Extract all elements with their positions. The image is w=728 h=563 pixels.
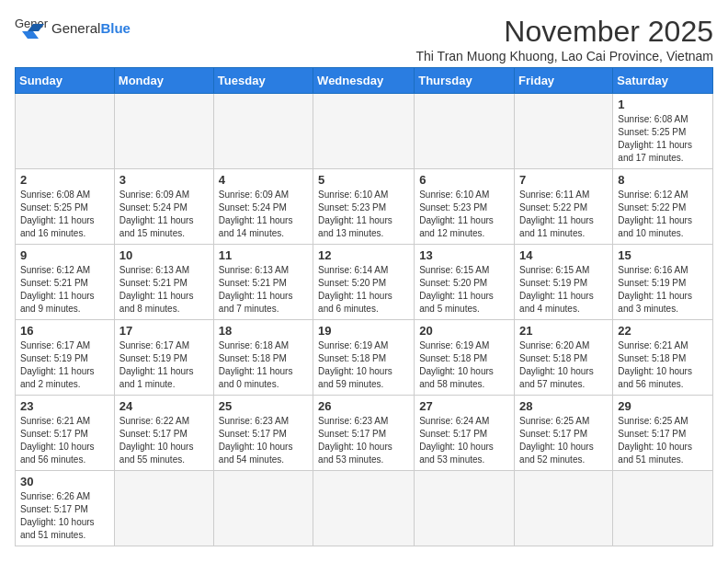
empty-cell bbox=[313, 94, 415, 169]
logo-general: General bbox=[51, 20, 100, 36]
title-section: November 2025 Thi Tran Muong Khuong, Lao… bbox=[416, 15, 713, 63]
day-4: 4 Sunrise: 6:09 AMSunset: 5:24 PMDayligh… bbox=[213, 169, 313, 245]
header-monday: Monday bbox=[114, 68, 213, 94]
day-20: 20 Sunrise: 6:19 AMSunset: 5:18 PMDaylig… bbox=[415, 320, 515, 396]
day-1: 1 Sunrise: 6:08 AMSunset: 5:25 PMDayligh… bbox=[613, 94, 713, 169]
calendar-table: Sunday Monday Tuesday Wednesday Thursday… bbox=[15, 67, 713, 546]
day-3: 3 Sunrise: 6:09 AMSunset: 5:24 PMDayligh… bbox=[114, 169, 213, 245]
day-6: 6 Sunrise: 6:10 AMSunset: 5:23 PMDayligh… bbox=[415, 169, 515, 245]
header-tuesday: Tuesday bbox=[213, 68, 313, 94]
empty-cell bbox=[515, 471, 613, 546]
day-14: 14 Sunrise: 6:15 AMSunset: 5:19 PMDaylig… bbox=[515, 245, 613, 320]
empty-cell bbox=[415, 94, 515, 169]
day-18: 18 Sunrise: 6:18 AMSunset: 5:18 PMDaylig… bbox=[213, 320, 313, 396]
generalblue-logo-icon: General bbox=[15, 15, 48, 42]
day-23: 23 Sunrise: 6:21 AMSunset: 5:17 PMDaylig… bbox=[16, 396, 115, 471]
svg-marker-1 bbox=[22, 31, 39, 39]
day-27: 27 Sunrise: 6:24 AMSunset: 5:17 PMDaylig… bbox=[415, 396, 515, 471]
day-25: 25 Sunrise: 6:23 AMSunset: 5:17 PMDaylig… bbox=[213, 396, 313, 471]
day-15: 15 Sunrise: 6:16 AMSunset: 5:19 PMDaylig… bbox=[613, 245, 713, 320]
day-7: 7 Sunrise: 6:11 AMSunset: 5:22 PMDayligh… bbox=[515, 169, 613, 245]
page-header: General GeneralBlue November 2025 Thi Tr… bbox=[15, 15, 713, 63]
day-30: 30 Sunrise: 6:26 AMSunset: 5:17 PMDaylig… bbox=[16, 471, 115, 546]
day-29: 29 Sunrise: 6:25 AMSunset: 5:17 PMDaylig… bbox=[613, 396, 713, 471]
calendar-row-1: 1 Sunrise: 6:08 AMSunset: 5:25 PMDayligh… bbox=[16, 94, 713, 169]
logo: General GeneralBlue bbox=[15, 15, 131, 42]
calendar-row-4: 16 Sunrise: 6:17 AMSunset: 5:19 PMDaylig… bbox=[16, 320, 713, 396]
day-22: 22 Sunrise: 6:21 AMSunset: 5:18 PMDaylig… bbox=[613, 320, 713, 396]
calendar-row-6: 30 Sunrise: 6:26 AMSunset: 5:17 PMDaylig… bbox=[16, 471, 713, 546]
day-12: 12 Sunrise: 6:14 AMSunset: 5:20 PMDaylig… bbox=[313, 245, 415, 320]
empty-cell bbox=[613, 471, 713, 546]
day-19: 19 Sunrise: 6:19 AMSunset: 5:18 PMDaylig… bbox=[313, 320, 415, 396]
day-8: 8 Sunrise: 6:12 AMSunset: 5:22 PMDayligh… bbox=[613, 169, 713, 245]
empty-cell bbox=[16, 94, 115, 169]
header-thursday: Thursday bbox=[415, 68, 515, 94]
logo-blue: Blue bbox=[100, 20, 131, 36]
header-friday: Friday bbox=[515, 68, 613, 94]
location-subtitle: Thi Tran Muong Khuong, Lao Cai Province,… bbox=[416, 49, 713, 63]
day-9: 9 Sunrise: 6:12 AMSunset: 5:21 PMDayligh… bbox=[16, 245, 115, 320]
month-title: November 2025 bbox=[416, 15, 713, 49]
day-10: 10 Sunrise: 6:13 AMSunset: 5:21 PMDaylig… bbox=[114, 245, 213, 320]
weekday-header-row: Sunday Monday Tuesday Wednesday Thursday… bbox=[16, 68, 713, 94]
header-sunday: Sunday bbox=[16, 68, 115, 94]
header-wednesday: Wednesday bbox=[313, 68, 415, 94]
day-28: 28 Sunrise: 6:25 AMSunset: 5:17 PMDaylig… bbox=[515, 396, 613, 471]
header-saturday: Saturday bbox=[613, 68, 713, 94]
day-21: 21 Sunrise: 6:20 AMSunset: 5:18 PMDaylig… bbox=[515, 320, 613, 396]
day-5: 5 Sunrise: 6:10 AMSunset: 5:23 PMDayligh… bbox=[313, 169, 415, 245]
day-13: 13 Sunrise: 6:15 AMSunset: 5:20 PMDaylig… bbox=[415, 245, 515, 320]
day-24: 24 Sunrise: 6:22 AMSunset: 5:17 PMDaylig… bbox=[114, 396, 213, 471]
empty-cell bbox=[114, 471, 213, 546]
empty-cell bbox=[515, 94, 613, 169]
empty-cell bbox=[313, 471, 415, 546]
empty-cell bbox=[213, 94, 313, 169]
day-11: 11 Sunrise: 6:13 AMSunset: 5:21 PMDaylig… bbox=[213, 245, 313, 320]
day-17: 17 Sunrise: 6:17 AMSunset: 5:19 PMDaylig… bbox=[114, 320, 213, 396]
empty-cell bbox=[114, 94, 213, 169]
empty-cell bbox=[213, 471, 313, 546]
day-16: 16 Sunrise: 6:17 AMSunset: 5:19 PMDaylig… bbox=[16, 320, 115, 396]
day-2: 2 Sunrise: 6:08 AMSunset: 5:25 PMDayligh… bbox=[16, 169, 115, 245]
calendar-row-2: 2 Sunrise: 6:08 AMSunset: 5:25 PMDayligh… bbox=[16, 169, 713, 245]
day-26: 26 Sunrise: 6:23 AMSunset: 5:17 PMDaylig… bbox=[313, 396, 415, 471]
calendar-row-3: 9 Sunrise: 6:12 AMSunset: 5:21 PMDayligh… bbox=[16, 245, 713, 320]
calendar-row-5: 23 Sunrise: 6:21 AMSunset: 5:17 PMDaylig… bbox=[16, 396, 713, 471]
empty-cell bbox=[415, 471, 515, 546]
